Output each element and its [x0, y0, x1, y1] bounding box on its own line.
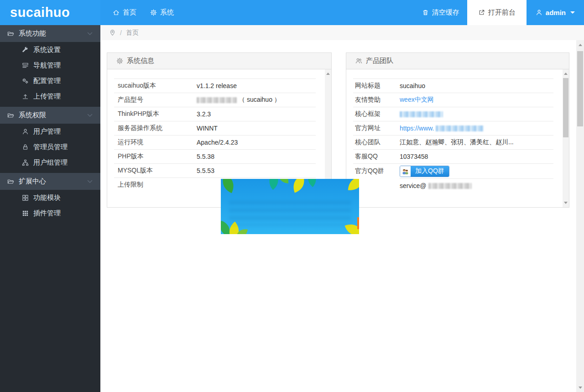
home-icon	[113, 9, 120, 16]
scrollbar-thumb[interactable]	[577, 51, 583, 126]
sidebar-item-config[interactable]: 配置管理	[0, 73, 100, 89]
row-label: 核心框架	[353, 110, 400, 118]
clear-cache-button[interactable]: 清空缓存	[414, 0, 467, 25]
table-row: 友情赞助 weex中文网	[353, 93, 553, 107]
scroll-up-button[interactable]	[325, 70, 331, 77]
logo[interactable]: sucaihuo	[0, 0, 100, 25]
table-row: 服务器操作系统 WINNT	[114, 121, 316, 135]
sidebar-item-users[interactable]: 用户管理	[0, 124, 100, 139]
sidebar-group-system-functions[interactable]: 系统功能	[0, 25, 100, 42]
users-icon	[355, 57, 362, 64]
row-value: v1.1.2 release	[197, 82, 316, 89]
caret-down-icon	[570, 11, 575, 14]
row-value: 5.5.38	[197, 153, 316, 160]
sidebar-group-label: 系统功能	[19, 29, 46, 38]
top-bar-right: 清空缓存 打开前台 admin	[414, 0, 584, 25]
sidebar-group-system-permissions[interactable]: 系统权限	[0, 107, 100, 124]
table-row: 运行环境 Apache/2.4.23	[114, 135, 316, 149]
map-marker-icon	[109, 29, 116, 36]
external-link-icon	[478, 9, 485, 16]
row-label: 上传限制	[114, 181, 197, 189]
sidebar-sublist: 用户管理 管理员管理 用户组管理	[0, 124, 100, 173]
row-value: 3.2.3	[197, 110, 316, 118]
join-qq-group-button[interactable]: 加入QQ群	[400, 166, 449, 177]
email-prefix: service@	[400, 182, 427, 189]
sidebar-item-admins[interactable]: 管理员管理	[0, 139, 100, 155]
sidebar-item-navigation[interactable]: 导航管理	[0, 57, 100, 73]
sidebar-item-label: 功能模块	[33, 193, 61, 202]
scroll-down-button[interactable]	[563, 199, 569, 206]
official-site-link[interactable]: https://www.	[400, 125, 434, 132]
nav-item-system[interactable]: 系统	[143, 0, 181, 25]
row-label: 产品型号	[114, 96, 197, 104]
row-label: 官方网址	[353, 124, 400, 132]
chevron-down-icon	[87, 112, 93, 119]
row-value: sucaihuo	[400, 82, 553, 89]
th-large-icon	[22, 194, 29, 201]
row-value: 5.5.53	[197, 167, 316, 174]
system-info-panel-header: 系统信息	[107, 53, 331, 69]
row-value: 江如意、赵瀚卿、张玥、潘美红、赵川...	[400, 138, 553, 146]
link-prefix: https://www.	[400, 125, 434, 132]
window-scrollbar[interactable]	[576, 40, 584, 392]
row-value: service@	[400, 178, 553, 193]
sidebar-item-user-groups[interactable]: 用户组管理	[0, 155, 100, 170]
sidebar-item-label: 用户组管理	[33, 158, 68, 167]
table-row: 官方QQ群	[353, 163, 553, 178]
row-label: 网站标题	[353, 82, 400, 90]
sidebar-item-plugins[interactable]: 插件管理	[0, 205, 100, 221]
sidebar-sublist: 系统设置 导航管理 配置管理 上传管理	[0, 42, 100, 107]
open-frontend-label: 打开前台	[488, 8, 516, 17]
scroll-down-button[interactable]	[576, 384, 584, 391]
sponsor-link[interactable]: weex中文网	[400, 96, 434, 104]
system-info-table: sucaihuo版本 v1.1.2 release 产品型号 （ sucaihu…	[107, 69, 331, 192]
product-team-table: 网站标题 sucaihuo 友情赞助 weex中文网 核心框架	[346, 69, 569, 193]
row-label: 客服QQ	[353, 152, 400, 161]
chevron-down-icon	[87, 31, 93, 37]
row-value: https://www.	[400, 125, 553, 132]
clear-cache-label: 清空缓存	[432, 8, 459, 17]
row-label: 官方QQ群	[353, 167, 400, 175]
row-value: 加入QQ群	[400, 166, 553, 177]
scroll-up-button[interactable]	[576, 41, 584, 48]
row-label: 友情赞助	[353, 96, 400, 104]
sidebar-item-system-settings[interactable]: 系统设置	[0, 42, 100, 57]
table-row: service@	[353, 178, 553, 193]
redacted-text	[197, 97, 237, 103]
qq-group-avatar-icon	[400, 166, 411, 177]
table-row: sucaihuo版本 v1.1.2 release	[114, 78, 316, 93]
nav-item-home[interactable]: 首页	[106, 0, 143, 25]
row-label: 核心团队	[353, 138, 400, 146]
row-value: 10373458	[400, 153, 553, 160]
gears-icon	[22, 78, 29, 84]
promo-image	[221, 179, 359, 234]
row-value: （ sucaihuo ）	[197, 96, 316, 104]
sidebar-item-modules[interactable]: 功能模块	[0, 190, 100, 205]
image-edge-artifact	[357, 217, 359, 229]
table-row: 客服QQ 10373458	[353, 149, 553, 163]
table-row: ThinkPHP版本 3.2.3	[114, 107, 316, 121]
row-value-suffix: （ sucaihuo ）	[239, 96, 281, 104]
sidebar-item-upload[interactable]: 上传管理	[0, 89, 100, 104]
sidebar-item-label: 系统设置	[33, 46, 61, 54]
panel-title: 产品团队	[366, 57, 393, 65]
table-row: 网站标题 sucaihuo	[353, 78, 553, 93]
panel-scrollbar[interactable]	[563, 69, 569, 207]
product-team-panel-body: 网站标题 sucaihuo 友情赞助 weex中文网 核心框架	[346, 69, 569, 207]
user-menu[interactable]: admin	[527, 0, 584, 25]
product-team-panel: 产品团队 网站标题 sucaihuo 友情赞助 weex中文网 核心	[346, 52, 569, 208]
scroll-up-button[interactable]	[563, 70, 569, 77]
gear-icon	[116, 57, 123, 64]
trash-icon	[422, 9, 429, 16]
row-value	[400, 111, 553, 117]
table-row: MYSQL版本 5.5.53	[114, 163, 316, 178]
row-label: 服务器操作系统	[114, 124, 197, 132]
table-row: 核心团队 江如意、赵瀚卿、张玥、潘美红、赵川...	[353, 135, 553, 149]
user-icon	[536, 9, 542, 16]
gear-icon	[150, 9, 157, 16]
breadcrumb-home-link[interactable]: 首页	[126, 29, 139, 37]
scrollbar-thumb[interactable]	[563, 78, 568, 137]
open-frontend-button[interactable]: 打开前台	[467, 0, 527, 25]
row-label	[353, 178, 400, 193]
sidebar-group-extension-center[interactable]: 扩展中心	[0, 173, 100, 190]
